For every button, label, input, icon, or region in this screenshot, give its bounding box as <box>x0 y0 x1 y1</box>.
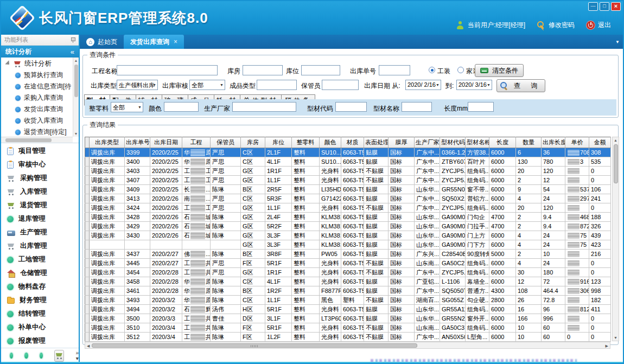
column-header[interactable]: 型材名称 <box>466 137 489 148</box>
change-password[interactable]: 修改密码 <box>537 21 575 30</box>
tree-item-5[interactable]: 退货查询[待定] <box>1 126 79 138</box>
column-header[interactable]: 整零料 <box>292 137 320 148</box>
table-row[interactable]: 调拨出库34582020/2/28华原...陈琳C区4L1F整料光身料6063-… <box>85 277 611 286</box>
table-row[interactable]: 调拨出库34242020/2/26工工程严思G区1L1F整料光身料6063-T5… <box>85 203 611 213</box>
scroll-thumb[interactable] <box>5 138 52 142</box>
sidebar-menu-item-4[interactable]: 退货管理 <box>1 199 79 212</box>
order-no-input[interactable] <box>379 65 410 75</box>
column-header[interactable]: 表面处理 <box>364 137 389 148</box>
table-row[interactable]: 调拨出库34542020/2/28工共工程严思G区1R1F整料光身料6063-T… <box>85 268 611 277</box>
sidebar-menu-item-3[interactable]: 入库管理 <box>1 185 79 199</box>
column-header[interactable]: 出库单号 <box>125 137 150 148</box>
sidebar-menu-item-0[interactable]: 项目管理 <box>1 144 79 158</box>
column-header[interactable]: 出库长度 <box>542 137 565 148</box>
tree-root[interactable]: 统计分析 <box>1 58 79 69</box>
column-header[interactable]: 金额 <box>589 137 611 148</box>
out-type-select[interactable]: 生产领料出库▼ <box>117 80 158 90</box>
radio-gongzhuang[interactable] <box>429 67 435 73</box>
dot-icon[interactable] <box>40 353 43 359</box>
tree-item-4[interactable]: 收货入库查询 <box>1 115 79 126</box>
sidebar-menu-item-1[interactable]: 审核中心 <box>1 158 79 171</box>
sidebar-menu-item-11[interactable]: 财务管理 <box>1 293 79 307</box>
column-header[interactable]: 出库类型 <box>90 137 125 148</box>
table-row[interactable]: 调拨出库34282020/2/26石城陈琳G区2L4F整料KLM38176063… <box>85 213 611 222</box>
table-row[interactable]: 调拨出库34132020/2/26南...严思C区5R3F整料G71422606… <box>85 194 611 203</box>
column-header[interactable]: 型材代码 <box>440 137 466 148</box>
scroll-right-icon[interactable]: ▶ <box>606 344 608 348</box>
expander-icon[interactable] <box>5 60 11 66</box>
scroll-thumb[interactable] <box>74 65 78 97</box>
tree-item-3[interactable]: 发货出库查询 <box>1 104 79 115</box>
scroll-left-icon[interactable]: ◀ <box>87 344 90 348</box>
dot-icon[interactable] <box>10 353 13 359</box>
table-row[interactable]: 调拨出库34452020/2/27工共工程严思F区5R1F整料光身料6063-T… <box>85 259 611 268</box>
scroll-down-icon[interactable]: ▼ <box>73 132 79 136</box>
location-input[interactable] <box>301 65 340 75</box>
manufacturer-input[interactable] <box>232 102 296 112</box>
table-row[interactable]: 调拨出库34032020/2/25工工程严思G区1R1F整料光身料6063-T5… <box>85 167 611 176</box>
scroll-thumb[interactable] <box>614 144 618 183</box>
profile-name-input[interactable] <box>402 102 432 112</box>
sidebar-menu-item-12[interactable]: 结转管理 <box>1 307 79 321</box>
table-row[interactable]: 调拨出库34302020/2/26石城陈琳G区3L3F整料KLM38176063… <box>85 231 611 240</box>
table-row[interactable]: 调拨出库34932020/3/2华原...陈琳C区1L1F整料黑色塑料不贴膜国标… <box>85 296 611 305</box>
column-header[interactable]: 膜厚 <box>389 137 415 148</box>
radio-gongzhuang-label[interactable]: 工装 <box>437 67 450 76</box>
tree-item-0[interactable]: 预算执行查询 <box>1 69 79 81</box>
date-to-select[interactable]: 2020/ 3/16▼ <box>456 80 492 90</box>
table-row[interactable]: 调拨出库33992020/2/25华原...严思C区2L1F整料SU10...6… <box>85 148 611 157</box>
profile-code-input[interactable] <box>335 102 367 112</box>
tree-item-2[interactable]: 采购入库查询 <box>1 92 79 104</box>
tree-vertical-scrollbar[interactable]: ▲ ▼ <box>73 58 79 137</box>
sidebar-menu-item-7[interactable]: 出库管理 <box>1 239 79 253</box>
tab-list-dropdown-icon[interactable]: ▼ <box>615 40 620 44</box>
sidebar-menu-item-6[interactable]: 生产管理 <box>1 226 79 239</box>
scroll-thumb[interactable] <box>92 343 417 348</box>
dot-icon[interactable] <box>24 353 28 359</box>
column-header[interactable]: 数量 <box>516 137 542 148</box>
cart-shortcut-button[interactable] <box>54 350 64 362</box>
scroll-up-icon[interactable]: ▲ <box>73 59 79 62</box>
tab-close-icon[interactable]: × <box>174 38 177 46</box>
warehouse-input[interactable] <box>243 65 283 75</box>
table-row[interactable]: 调拨出库34292020/2/26石城陈琳G区5R2F整料KLM38176063… <box>85 222 611 231</box>
search-button[interactable]: 查 询 <box>496 79 545 92</box>
column-header[interactable]: 出库日期 <box>150 137 182 148</box>
sidebar-menu-item-13[interactable]: 补单中心 <box>1 321 79 334</box>
clear-conditions-button[interactable]: 清空条件 <box>475 64 524 77</box>
table-row[interactable]: G区3L3F整料KLM38176063-T5贴膜国标山东华...GA90M09.… <box>85 240 611 250</box>
scroll-up-icon[interactable]: ▲ <box>613 138 619 142</box>
sidebar-menu-item-9[interactable]: 仓储管理 <box>1 266 79 280</box>
column-header[interactable]: 材质 <box>341 137 364 148</box>
logout[interactable]: 退出 <box>587 21 611 30</box>
keeper-input[interactable] <box>322 80 359 90</box>
column-header[interactable]: 单价 <box>565 137 589 148</box>
date-from-select[interactable]: 2020/ 2/16▼ <box>405 80 441 90</box>
sidebar-menu-item-14[interactable]: 报废管理 <box>1 334 79 348</box>
table-row[interactable]: 调拨出库34942020/3/2石辉城汤伟H区5R1F整料光身料6063-T5贴… <box>85 305 611 314</box>
radio-jiazhuang[interactable] <box>457 67 464 73</box>
column-header[interactable]: 颜色 <box>320 137 341 148</box>
sidebar-menu-item-2[interactable]: 采购管理 <box>1 171 79 185</box>
project-name-input[interactable] <box>117 65 218 75</box>
table-row[interactable]: 调拨出库34372020/2/27佛...陈琳B区3R8F整料PW056063-… <box>85 250 611 259</box>
table-row[interactable]: 调拨出库35002020/3/3工共工程曹佳D区3L1F整料LT3P606063… <box>85 314 611 323</box>
whole-part-select[interactable]: 全部▼ <box>111 102 143 112</box>
table-horizontal-scrollbar[interactable]: ◀ ▶ <box>85 342 610 349</box>
color-input[interactable] <box>164 102 199 112</box>
table-row[interactable]: 调拨出库35122020/3/4工共工程陈琳F区1L2F整料光身料6063-T5… <box>85 333 611 342</box>
column-header[interactable]: 库房 <box>241 137 265 148</box>
maximize-button[interactable]: □ <box>600 2 609 11</box>
sidebar-menu-item-5[interactable]: 退库管理 <box>1 212 79 226</box>
product-type-input[interactable] <box>257 80 297 90</box>
collapse-icon[interactable]: « <box>71 48 74 56</box>
pin-icon[interactable] <box>70 37 75 43</box>
section-header[interactable]: 统计分析 « <box>1 46 79 58</box>
tree-item-1[interactable]: 在途信息查询[待 <box>1 81 79 92</box>
column-header[interactable]: 工程 <box>182 137 211 148</box>
table-vertical-scrollbar[interactable]: ▲ ▼ <box>612 137 619 341</box>
close-button[interactable]: × <box>611 2 621 11</box>
sidebar-menu-item-8[interactable]: 工地管理 <box>1 253 79 266</box>
table-row[interactable]: 调拨出库34092020/2/25长...陈琳B区2R5F整料LI35HD606… <box>85 185 611 194</box>
table-row[interactable]: 调拨出库34612020/2/28华原...陈琳B区1R2F整料F8877FT6… <box>85 286 611 296</box>
